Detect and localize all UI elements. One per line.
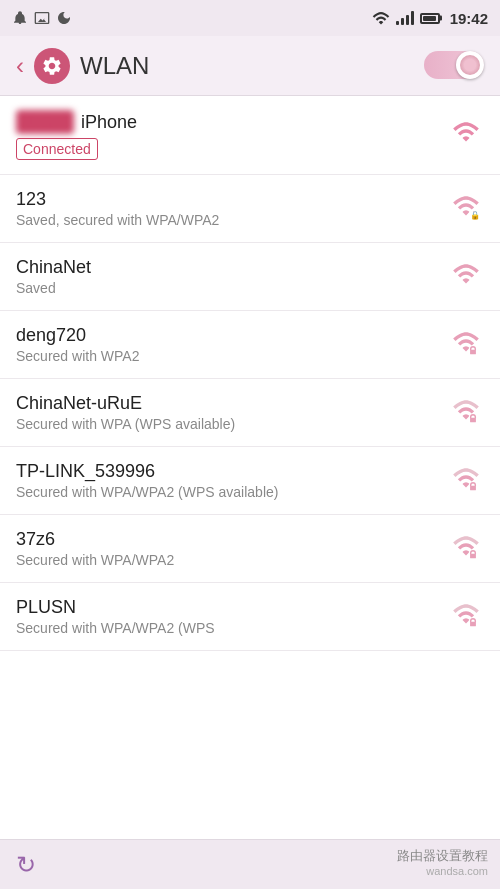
- network-name: 最强的 iPhone: [16, 110, 448, 134]
- refresh-icon[interactable]: ↻: [16, 851, 36, 879]
- list-item[interactable]: 37z6 Secured with WPA/WPA2: [0, 515, 500, 583]
- wifi-signal-icon: 🔒: [448, 194, 484, 224]
- svg-rect-9: [470, 553, 476, 558]
- list-item[interactable]: deng720 Secured with WPA2: [0, 311, 500, 379]
- wifi-status-icon: [372, 11, 390, 25]
- page-title: WLAN: [80, 52, 424, 80]
- gear-icon: [34, 48, 70, 84]
- notification-icon: [12, 10, 28, 26]
- list-item[interactable]: 123 Saved, secured with WPA/WPA2 🔒: [0, 175, 500, 243]
- wifi-signal-icon: [448, 262, 484, 292]
- list-item[interactable]: TP-LINK_539996 Secured with WPA/WPA2 (WP…: [0, 447, 500, 515]
- network-status: Secured with WPA2: [16, 348, 448, 364]
- list-item[interactable]: PLUSN Secured with WPA/WPA2 (WPS: [0, 583, 500, 651]
- network-name: ChinaNet-uRuE: [16, 393, 448, 414]
- connected-badge: Connected: [16, 136, 448, 160]
- wifi-signal-icon: [448, 398, 484, 428]
- network-name: ChinaNet: [16, 257, 448, 278]
- status-bar-left-icons: [12, 10, 72, 26]
- battery-icon: [420, 13, 440, 24]
- list-item[interactable]: ChinaNet-uRuE Secured with WPA (WPS avai…: [0, 379, 500, 447]
- network-status: Secured with WPA (WPS available): [16, 416, 448, 432]
- status-bar-right-icons: 19:42: [372, 10, 488, 27]
- network-status: Secured with WPA/WPA2: [16, 552, 448, 568]
- picture-icon: [34, 10, 50, 26]
- watermark-site: wandsa.com: [397, 865, 488, 877]
- wifi-signal-icon: [448, 466, 484, 496]
- watermark: 路由器设置教程 wandsa.com: [397, 847, 488, 877]
- toggle-thumb-inner: [460, 55, 480, 75]
- network-name-suffix: iPhone: [81, 112, 137, 132]
- network-info: deng720 Secured with WPA2: [16, 325, 448, 364]
- status-bar: 19:42: [0, 0, 500, 36]
- list-item[interactable]: ChinaNet Saved: [0, 243, 500, 311]
- wifi-signal-icon: [448, 602, 484, 632]
- toggle-track: [424, 51, 484, 79]
- network-info: 最强的 iPhone Connected: [16, 110, 448, 160]
- network-status: Secured with WPA/WPA2 (WPS available): [16, 484, 448, 500]
- network-name: 123: [16, 189, 448, 210]
- watermark-text: 路由器设置教程: [397, 847, 488, 865]
- network-name: 37z6: [16, 529, 448, 550]
- svg-rect-3: [470, 349, 476, 354]
- network-status: Saved: [16, 280, 448, 296]
- svg-text:🔒: 🔒: [470, 210, 481, 221]
- network-name: deng720: [16, 325, 448, 346]
- bottom-bar: ↻ 路由器设置教程 wandsa.com: [0, 839, 500, 889]
- network-info: 37z6 Secured with WPA/WPA2: [16, 529, 448, 568]
- header: ‹ WLAN: [0, 36, 500, 96]
- list-item[interactable]: 最强的 iPhone Connected: [0, 96, 500, 175]
- network-info: PLUSN Secured with WPA/WPA2 (WPS: [16, 597, 448, 636]
- wlan-toggle[interactable]: [424, 51, 484, 81]
- network-info: ChinaNet-uRuE Secured with WPA (WPS avai…: [16, 393, 448, 432]
- network-info: TP-LINK_539996 Secured with WPA/WPA2 (WP…: [16, 461, 448, 500]
- gear-svg: [41, 55, 63, 77]
- wifi-signal-icon: [448, 534, 484, 564]
- status-time: 19:42: [450, 10, 488, 27]
- network-info: ChinaNet Saved: [16, 257, 448, 296]
- signal-strength-icon: [396, 11, 414, 25]
- network-list: 最强的 iPhone Connected 123 Saved, secured …: [0, 96, 500, 839]
- network-info: 123 Saved, secured with WPA/WPA2: [16, 189, 448, 228]
- wifi-signal-icon: [448, 120, 484, 150]
- network-name: PLUSN: [16, 597, 448, 618]
- svg-rect-11: [470, 621, 476, 626]
- back-button[interactable]: ‹: [16, 52, 24, 80]
- svg-rect-5: [470, 417, 476, 422]
- toggle-thumb: [456, 51, 484, 79]
- moon-icon: [56, 10, 72, 26]
- network-status: Secured with WPA/WPA2 (WPS: [16, 620, 448, 636]
- network-name: TP-LINK_539996: [16, 461, 448, 482]
- wifi-signal-icon: [448, 330, 484, 360]
- network-status: Saved, secured with WPA/WPA2: [16, 212, 448, 228]
- svg-rect-7: [470, 485, 476, 490]
- blurred-network-name: 最强的: [16, 110, 74, 134]
